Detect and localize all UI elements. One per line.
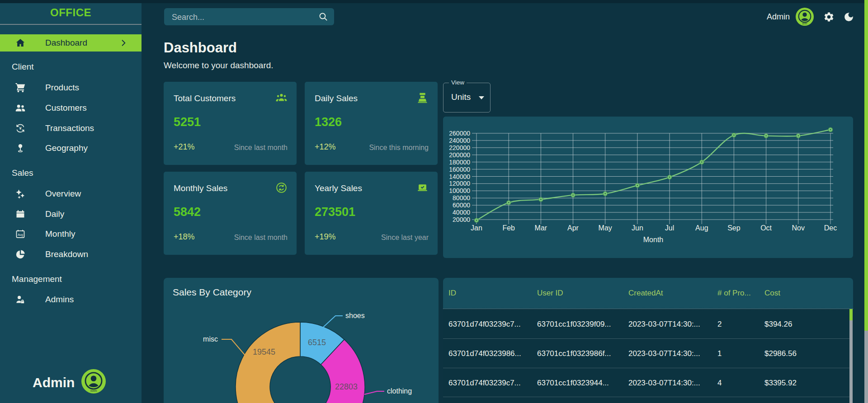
stat-card-delta: +21% (174, 142, 195, 152)
table-column-header[interactable]: ID (448, 289, 456, 298)
calendar-month-icon: Aug (15, 229, 26, 239)
sidebar-item-label: Breakdown (45, 249, 88, 259)
sidebar-item-label: Admins (45, 295, 74, 305)
sidebar-item-geography[interactable]: Geography (0, 138, 142, 158)
sidebar-item-daily[interactable]: Daily (0, 204, 142, 224)
page-scrollbar-track[interactable] (864, 331, 868, 403)
sales-by-category-card: Sales By Category 65152280319545shoesmis… (164, 278, 439, 403)
sidebar-item-monthly[interactable]: AugMonthly (0, 224, 142, 244)
sidebar-item-overview[interactable]: Overview (0, 184, 142, 204)
sidebar-item-transactions[interactable]: ¥Transactions (0, 118, 142, 138)
sidebar-user-name: Admin (33, 375, 75, 390)
sidebar-section-management: Management (12, 274, 62, 284)
svg-text:100000: 100000 (449, 187, 470, 194)
topbar-user-name: Admin (740, 12, 790, 22)
svg-text:shoes: shoes (345, 312, 365, 319)
table-body: 63701d74f03239c7...63701cc1f03239f09...2… (443, 309, 853, 403)
sparkle-icon (15, 188, 26, 199)
sync-icon (275, 182, 288, 194)
table-scrollbar-thumb[interactable] (849, 309, 853, 320)
pin-icon (15, 143, 26, 154)
currency-exchange-icon: ¥ (15, 123, 26, 134)
sales-line-chart-card: 2000040000600008000010000012000014000016… (443, 117, 853, 258)
svg-text:Jan: Jan (471, 224, 482, 232)
svg-text:Jun: Jun (632, 224, 643, 232)
table-cell: 2023-03-07T14:30:... (628, 379, 700, 388)
table-cell: 4 (717, 379, 722, 388)
svg-text:May: May (599, 224, 612, 232)
register-icon (416, 92, 429, 104)
topbar-user-avatar[interactable]: ADMIN (796, 8, 814, 26)
table-cell: 2023-03-07T14:30:... (628, 320, 700, 329)
people-icon (15, 103, 26, 113)
table-scrollbar-track[interactable] (849, 320, 853, 403)
table-row-separator (443, 338, 849, 339)
svg-text:180000: 180000 (449, 159, 470, 166)
svg-text:60000: 60000 (453, 202, 470, 209)
sidebar-divider (0, 24, 142, 25)
stat-card-caption: Since last month (234, 234, 288, 242)
gear-icon[interactable] (823, 11, 835, 23)
table-row-separator (443, 368, 849, 368)
app-root: OFFICE DashboardClientProductsCustomers¥… (0, 0, 868, 403)
svg-text:80000: 80000 (453, 194, 470, 202)
sidebar-item-label: Monthly (45, 229, 75, 239)
table-cell: 63701cc1f03239f09... (537, 320, 611, 329)
table-cell: 63701cc1f0323944... (537, 379, 609, 388)
search-input[interactable] (171, 8, 317, 26)
view-select[interactable]: View Units (443, 83, 491, 112)
table-cell: 2023-03-07T14:30:... (628, 349, 700, 358)
svg-text:160000: 160000 (449, 166, 470, 173)
table-cell: 63701d74f03239c7... (448, 379, 521, 388)
sidebar-item-breakdown[interactable]: Breakdown (0, 244, 142, 264)
table-cell: $3395.92 (764, 379, 797, 388)
sidebar-item-customers[interactable]: Customers (0, 98, 142, 118)
admin-icon (15, 294, 26, 305)
svg-text:Apr: Apr (567, 224, 579, 232)
stat-card-title: Yearly Sales (315, 183, 362, 193)
svg-text:200000: 200000 (449, 151, 470, 159)
svg-text:Oct: Oct (760, 224, 772, 232)
sidebar-item-dashboard[interactable]: Dashboard (0, 34, 142, 52)
table-column-header[interactable]: # of Pro... (717, 289, 751, 298)
table-column-header[interactable]: User ID (537, 289, 563, 298)
window-top-edge (0, 0, 864, 3)
stat-card-title: Daily Sales (315, 94, 358, 103)
svg-text:¥: ¥ (19, 126, 21, 131)
brand-title: OFFICE (0, 6, 142, 19)
home-icon (15, 37, 26, 48)
stat-card-monthly-sales: Monthly Sales5842+18%Since last month (164, 172, 297, 255)
sidebar-item-admins[interactable]: Admins (0, 290, 142, 309)
sidebar-item-products[interactable]: Products (0, 78, 142, 98)
table-cell: 1 (717, 349, 722, 358)
sidebar-user-avatar[interactable]: ADMIN (81, 369, 106, 394)
stat-card-yearly-sales: Yearly Sales273501+19%Since last year (305, 172, 438, 255)
table-column-header[interactable]: Cost (764, 289, 780, 298)
svg-text:Nov: Nov (792, 224, 805, 232)
stat-card-value: 273501 (315, 205, 355, 219)
inbox-check-icon (416, 182, 429, 194)
table-cell: 63701d74f03239c7... (448, 320, 521, 329)
svg-text:Jul: Jul (665, 224, 674, 232)
sidebar-item-label: Products (45, 83, 79, 93)
sidebar-item-label: Transactions (45, 123, 94, 133)
sales-line-chart: 2000040000600008000010000012000014000016… (443, 117, 853, 258)
calendar-today-icon (15, 209, 26, 220)
stat-card-value: 1326 (315, 115, 342, 129)
search-icon[interactable] (318, 11, 329, 22)
table-cell: 63701d74f0323986... (448, 349, 521, 358)
table-row-separator (443, 397, 849, 397)
svg-text:140000: 140000 (449, 173, 470, 180)
svg-text:6515: 6515 (308, 338, 326, 347)
table-column-header[interactable]: CreatedAt (628, 289, 663, 298)
svg-text:240000: 240000 (449, 137, 470, 144)
sidebar: OFFICE DashboardClientProductsCustomers¥… (0, 0, 142, 403)
moon-icon[interactable] (843, 11, 854, 23)
page-scrollbar-thumb[interactable] (864, 0, 868, 331)
svg-text:Aug: Aug (695, 224, 708, 232)
sidebar-item-label: Geography (45, 143, 88, 153)
sidebar-section-client: Client (12, 62, 34, 72)
svg-text:Month: Month (643, 236, 663, 244)
search-box (164, 8, 334, 25)
sidebar-item-label: Daily (45, 209, 64, 219)
